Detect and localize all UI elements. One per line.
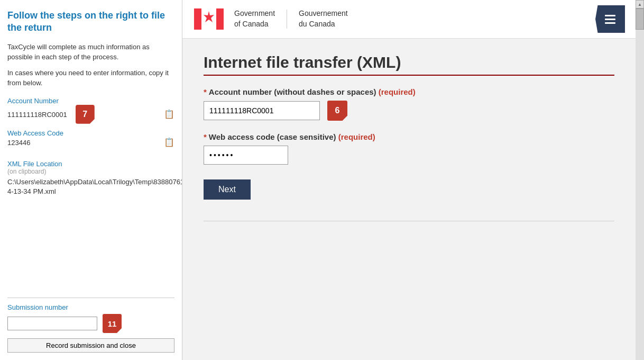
web-access-code-label: Web Access Code bbox=[7, 129, 174, 137]
account-asterisk: * bbox=[204, 87, 207, 96]
web-access-code-block: Web Access Code 123446 📋 bbox=[7, 129, 174, 147]
badge-11: 11 bbox=[103, 314, 122, 333]
scrollbar-arrow-up[interactable]: ▲ bbox=[636, 0, 644, 8]
badge-7: 7 bbox=[76, 105, 95, 124]
form-title: Internet file transfer (XML) bbox=[204, 53, 614, 71]
web-access-code-row: 123446 📋 bbox=[7, 137, 174, 147]
xml-file-location-block: XML File Location (on clipboard) C:\User… bbox=[7, 152, 174, 196]
wac-asterisk: * bbox=[204, 132, 207, 141]
right-wrapper: Governmentof Canada Gouvernementdu Canad… bbox=[182, 0, 644, 360]
copy-wac-icon[interactable]: 📋 bbox=[164, 137, 174, 147]
scrollbar-thumb[interactable] bbox=[636, 8, 644, 30]
form-title-divider bbox=[204, 75, 614, 76]
account-number-field-input[interactable] bbox=[204, 101, 320, 120]
account-number-row: 111111118RC0001 7 📋 bbox=[7, 105, 174, 124]
web-access-code-value: 123446 bbox=[7, 139, 30, 147]
submission-row: 11 bbox=[7, 314, 174, 333]
gov-text-fr: Gouvernementdu Canada bbox=[299, 8, 348, 29]
account-required-text: (required) bbox=[379, 87, 416, 96]
gov-text-en: Governmentof Canada bbox=[234, 8, 275, 29]
wac-field-input[interactable] bbox=[204, 146, 288, 165]
right-panel: Governmentof Canada Gouvernementdu Canad… bbox=[182, 0, 636, 360]
account-number-field-label: *Account number (without dashes or space… bbox=[204, 87, 614, 96]
menu-button[interactable] bbox=[595, 5, 625, 33]
account-number-block: Account Number 111111118RC0001 7 📋 bbox=[7, 97, 174, 124]
xml-path-row: C:\Users\elizabeth\AppData\Local\Trilogy… bbox=[7, 175, 174, 196]
left-panel: Follow the steps on the right to file th… bbox=[0, 0, 182, 360]
gov-header-divider bbox=[287, 10, 287, 29]
wac-field-row bbox=[204, 146, 614, 165]
svg-rect-0 bbox=[194, 8, 201, 30]
left-desc2: In cases where you need to enter informa… bbox=[7, 68, 174, 88]
menu-icon bbox=[605, 15, 615, 24]
menu-line-1 bbox=[605, 15, 615, 16]
account-number-field-row: 6 bbox=[204, 101, 614, 121]
gov-header: Governmentof Canada Gouvernementdu Canad… bbox=[182, 0, 636, 39]
left-desc1: TaxCycle will complete as much informati… bbox=[7, 42, 174, 62]
account-number-field-group: *Account number (without dashes or space… bbox=[204, 87, 614, 121]
wac-field-group: *Web access code (case sensitive) (requi… bbox=[204, 132, 614, 165]
menu-line-3 bbox=[605, 22, 615, 24]
form-area: Internet file transfer (XML) *Account nu… bbox=[182, 39, 636, 360]
form-bottom-divider bbox=[204, 221, 614, 221]
canada-flag bbox=[193, 7, 225, 31]
badge-6: 6 bbox=[327, 101, 347, 121]
scrollbar[interactable]: ▲ bbox=[636, 0, 644, 360]
submission-number-label: Submission number bbox=[7, 303, 174, 311]
menu-line-2 bbox=[605, 19, 615, 20]
xml-path-value: C:\Users\elizabeth\AppData\Local\Trilogy… bbox=[7, 177, 182, 196]
account-number-value: 111111118RC0001 bbox=[7, 110, 67, 119]
record-submission-button[interactable]: Record submission and close bbox=[7, 338, 174, 353]
next-button[interactable]: Next bbox=[204, 179, 251, 200]
left-title: Follow the steps on the right to file th… bbox=[7, 10, 174, 34]
xml-file-location-label: XML File Location bbox=[7, 160, 174, 168]
submission-number-input[interactable] bbox=[7, 317, 97, 330]
svg-rect-2 bbox=[216, 8, 224, 30]
xml-on-clipboard: (on clipboard) bbox=[7, 168, 174, 175]
wac-field-label: *Web access code (case sensitive) (requi… bbox=[204, 132, 614, 141]
account-number-label: Account Number bbox=[7, 97, 174, 105]
wac-required-text: (required) bbox=[338, 132, 375, 141]
copy-account-number-icon[interactable]: 📋 bbox=[164, 109, 174, 119]
submission-section: Submission number 11 Record submission a… bbox=[7, 298, 174, 353]
